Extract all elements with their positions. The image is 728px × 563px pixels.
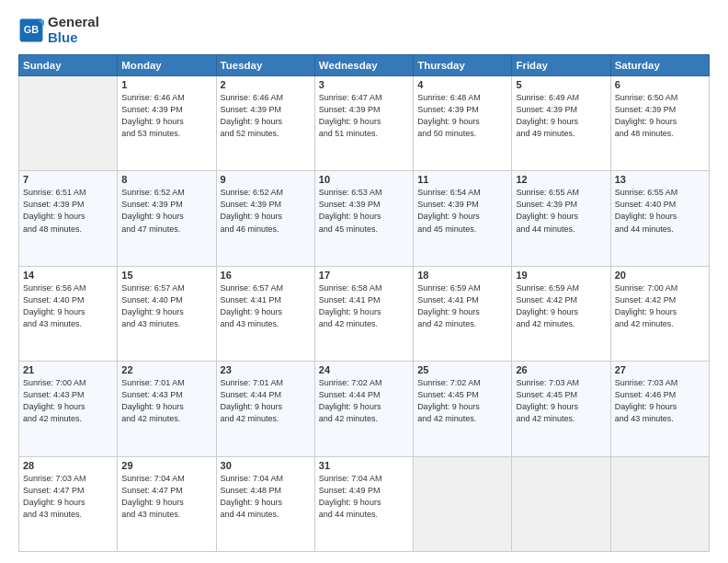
calendar-cell: 12Sunrise: 6:55 AMSunset: 4:39 PMDayligh… (512, 171, 610, 266)
cell-info-line: Sunset: 4:39 PM (319, 105, 381, 114)
cell-info: Sunrise: 6:57 AMSunset: 4:40 PMDaylight:… (121, 282, 211, 330)
cell-info: Sunrise: 6:51 AMSunset: 4:39 PMDaylight:… (23, 187, 113, 235)
cell-info-line: Sunset: 4:47 PM (121, 486, 183, 495)
cell-info-line: Daylight: 9 hours (516, 117, 578, 126)
cell-info-line: Daylight: 9 hours (221, 498, 283, 507)
cell-info: Sunrise: 6:56 AMSunset: 4:40 PMDaylight:… (23, 282, 113, 330)
calendar-row-4: 21Sunrise: 7:00 AMSunset: 4:43 PMDayligh… (19, 362, 710, 456)
calendar-cell: 13Sunrise: 6:55 AMSunset: 4:40 PMDayligh… (610, 171, 709, 266)
day-number: 31 (319, 460, 409, 471)
cell-info-line: Daylight: 9 hours (319, 402, 381, 411)
cell-info-line: Sunrise: 7:02 AM (417, 378, 481, 387)
cell-info-line: and 44 minutes. (615, 224, 674, 234)
cell-info: Sunrise: 7:03 AMSunset: 4:46 PMDaylight:… (615, 377, 705, 425)
day-number: 23 (221, 364, 311, 375)
cell-info: Sunrise: 6:59 AMSunset: 4:41 PMDaylight:… (417, 282, 507, 330)
cell-info-line: Sunset: 4:39 PM (417, 105, 479, 114)
cell-info-line: and 44 minutes. (319, 510, 378, 519)
cell-info-line: and 42 minutes. (121, 414, 180, 423)
calendar-cell: 11Sunrise: 6:54 AMSunset: 4:39 PMDayligh… (414, 171, 512, 266)
cell-info-line: Sunrise: 6:58 AM (319, 283, 382, 293)
cell-info: Sunrise: 6:50 AMSunset: 4:39 PMDaylight:… (615, 92, 705, 140)
cell-info-line: Daylight: 9 hours (319, 307, 381, 316)
calendar-cell: 21Sunrise: 7:00 AMSunset: 4:43 PMDayligh… (19, 362, 118, 456)
day-number: 4 (417, 79, 507, 90)
col-header-friday: Friday (512, 55, 610, 76)
day-number: 10 (319, 174, 409, 185)
calendar-table: SundayMondayTuesdayWednesdayThursdayFrid… (18, 54, 710, 552)
cell-info: Sunrise: 6:48 AMSunset: 4:39 PMDaylight:… (417, 92, 507, 140)
cell-info-line: Sunset: 4:39 PM (516, 200, 577, 209)
cell-info: Sunrise: 6:46 AMSunset: 4:39 PMDaylight:… (221, 92, 311, 140)
cell-info-line: Sunrise: 6:55 AM (615, 188, 678, 197)
cell-info-line: Sunrise: 6:56 AM (23, 283, 86, 293)
cell-info: Sunrise: 7:01 AMSunset: 4:43 PMDaylight:… (121, 377, 211, 425)
cell-info-line: Sunrise: 7:04 AM (121, 474, 185, 483)
day-number: 21 (23, 364, 113, 375)
cell-info-line: Sunset: 4:39 PM (516, 105, 577, 114)
cell-info-line: and 42 minutes. (417, 319, 476, 328)
header: GB General Blue (18, 15, 710, 45)
calendar-cell: 27Sunrise: 7:03 AMSunset: 4:46 PMDayligh… (610, 362, 709, 456)
day-number: 19 (516, 270, 606, 281)
cell-info-line: Daylight: 9 hours (417, 212, 480, 221)
cell-info-line: Daylight: 9 hours (221, 212, 283, 221)
cell-info-line: Sunset: 4:39 PM (121, 200, 183, 209)
cell-info-line: and 42 minutes. (417, 414, 476, 423)
cell-info-line: and 43 minutes. (23, 510, 82, 519)
cell-info-line: Sunset: 4:45 PM (516, 390, 577, 399)
cell-info: Sunrise: 7:04 AMSunset: 4:48 PMDaylight:… (221, 473, 311, 521)
cell-info-line: Sunrise: 6:57 AM (121, 283, 185, 293)
calendar-cell: 10Sunrise: 6:53 AMSunset: 4:39 PMDayligh… (314, 171, 413, 266)
cell-info: Sunrise: 7:03 AMSunset: 4:47 PMDaylight:… (23, 473, 113, 521)
cell-info-line: Sunrise: 7:04 AM (319, 474, 382, 483)
calendar-cell: 1Sunrise: 6:46 AMSunset: 4:39 PMDaylight… (118, 76, 216, 171)
day-number: 13 (615, 174, 705, 185)
svg-text:GB: GB (24, 24, 39, 35)
day-number: 9 (221, 174, 311, 185)
day-number: 1 (121, 79, 211, 90)
day-number: 15 (121, 270, 211, 281)
cell-info-line: and 43 minutes. (121, 319, 180, 328)
calendar-row-3: 14Sunrise: 6:56 AMSunset: 4:40 PMDayligh… (19, 266, 710, 361)
day-number: 5 (516, 79, 606, 90)
calendar-cell: 26Sunrise: 7:03 AMSunset: 4:45 PMDayligh… (512, 362, 610, 456)
col-header-monday: Monday (118, 55, 216, 76)
cell-info: Sunrise: 7:03 AMSunset: 4:45 PMDaylight:… (516, 377, 606, 425)
cell-info-line: and 46 minutes. (221, 224, 279, 234)
cell-info-line: Sunset: 4:42 PM (615, 295, 677, 304)
day-number: 20 (615, 270, 705, 281)
calendar-cell (19, 76, 118, 171)
cell-info-line: Sunrise: 7:00 AM (615, 283, 678, 293)
day-number: 22 (121, 364, 211, 375)
cell-info-line: Daylight: 9 hours (615, 117, 677, 126)
cell-info-line: and 43 minutes. (615, 414, 674, 423)
cell-info-line: Sunset: 4:44 PM (319, 390, 381, 399)
cell-info-line: Daylight: 9 hours (615, 402, 677, 411)
cell-info-line: Sunrise: 7:02 AM (319, 378, 382, 387)
cell-info-line: Sunrise: 6:59 AM (417, 283, 481, 293)
cell-info-line: Sunrise: 7:01 AM (121, 378, 185, 387)
day-number: 6 (615, 79, 705, 90)
cell-info-line: Sunrise: 6:53 AM (319, 188, 382, 197)
cell-info-line: and 47 minutes. (121, 224, 180, 234)
cell-info: Sunrise: 6:54 AMSunset: 4:39 PMDaylight:… (417, 187, 507, 235)
cell-info-line: and 48 minutes. (23, 224, 82, 234)
calendar-cell: 31Sunrise: 7:04 AMSunset: 4:49 PMDayligh… (314, 456, 413, 551)
cell-info-line: Sunrise: 6:54 AM (417, 188, 481, 197)
calendar-cell: 29Sunrise: 7:04 AMSunset: 4:47 PMDayligh… (118, 456, 216, 551)
cell-info-line: and 50 minutes. (417, 129, 476, 138)
cell-info-line: Daylight: 9 hours (23, 498, 85, 507)
cell-info-line: and 51 minutes. (319, 129, 378, 138)
cell-info-line: Sunrise: 6:50 AM (615, 93, 678, 102)
cell-info-line: Sunset: 4:41 PM (221, 295, 282, 304)
cell-info-line: Daylight: 9 hours (23, 212, 85, 221)
cell-info-line: Sunrise: 6:49 AM (516, 93, 579, 102)
calendar-cell: 18Sunrise: 6:59 AMSunset: 4:41 PMDayligh… (414, 266, 512, 361)
calendar-cell (610, 456, 709, 551)
cell-info-line: Sunrise: 6:55 AM (516, 188, 579, 197)
calendar-cell: 24Sunrise: 7:02 AMSunset: 4:44 PMDayligh… (314, 362, 413, 456)
cell-info-line: Sunset: 4:39 PM (417, 200, 479, 209)
cell-info-line: Sunset: 4:39 PM (23, 200, 85, 209)
cell-info: Sunrise: 6:55 AMSunset: 4:39 PMDaylight:… (516, 187, 606, 235)
